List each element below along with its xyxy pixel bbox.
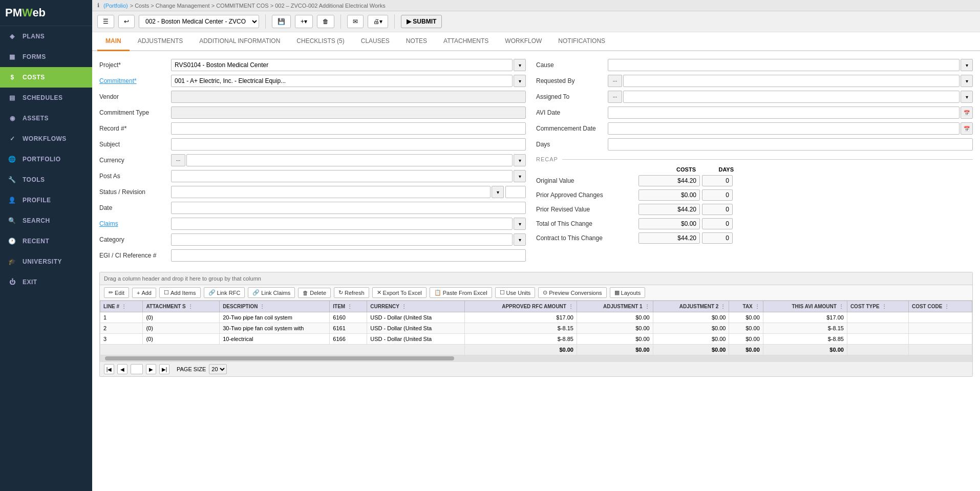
commitment-input[interactable]: [171, 75, 513, 87]
sidebar-item-forms[interactable]: ▦ FORMS: [0, 47, 92, 67]
submit-button[interactable]: ▶ SUBMIT: [401, 15, 442, 28]
assigned-to-input[interactable]: [623, 91, 960, 103]
sidebar-item-assets[interactable]: ◉ ASSETS: [0, 108, 92, 129]
col-line[interactable]: LINE #⋮: [100, 301, 143, 312]
refresh-button[interactable]: ↻ Refresh: [334, 287, 369, 298]
tab-main[interactable]: MAIN: [97, 32, 130, 51]
commencement-calendar-btn[interactable]: 📅: [961, 122, 973, 135]
col-currency[interactable]: CURRENCY⋮: [367, 301, 465, 312]
grid-add-button[interactable]: + Add: [132, 288, 156, 298]
undo-button[interactable]: ↩: [118, 15, 135, 28]
hamburger-button[interactable]: ☰: [97, 15, 114, 28]
commitment-dropdown-btn[interactable]: ▾: [514, 75, 526, 87]
last-page-button[interactable]: ▶|: [159, 364, 169, 374]
currency-dropdown-btn[interactable]: ▾: [514, 154, 526, 166]
project-select[interactable]: 002 - Boston Medical Center - ZVCO: [139, 15, 259, 28]
add-button[interactable]: +▾: [295, 15, 313, 28]
table-row[interactable]: 2 (0) 30-Two pipe fan coil system with 6…: [100, 323, 972, 334]
sidebar-item-costs[interactable]: $ COSTS: [0, 67, 92, 88]
first-page-button[interactable]: |◀: [104, 364, 114, 374]
record-input[interactable]: 002: [171, 122, 526, 135]
col-adj2[interactable]: ADJUSTMENT 2⋮: [653, 301, 729, 312]
paste-excel-button[interactable]: 📋 Paste From Excel: [430, 287, 492, 298]
revision-input[interactable]: 0: [505, 186, 526, 198]
delete-button[interactable]: 🗑: [317, 15, 334, 28]
claims-dropdown-btn[interactable]: ▾: [514, 218, 526, 230]
egi-input[interactable]: [171, 249, 526, 262]
save-button[interactable]: 💾: [272, 15, 291, 28]
post-as-input[interactable]: Revised Scope: [171, 170, 513, 182]
sidebar-item-tools[interactable]: 🔧 TOOLS: [0, 169, 92, 190]
tab-additional-info[interactable]: ADDITIONAL INFORMATION: [191, 32, 288, 51]
commitment-link[interactable]: Commitment*: [99, 77, 137, 84]
current-page-input[interactable]: 1: [131, 364, 143, 374]
post-as-dropdown-btn[interactable]: ▾: [514, 170, 526, 182]
currency-input[interactable]: USD - Dollar (United States of America): [186, 154, 513, 166]
tab-workflow[interactable]: WORKFLOW: [497, 32, 550, 51]
tab-checklists[interactable]: CHECKLISTS (5): [288, 32, 352, 51]
next-page-button[interactable]: ▶: [146, 364, 156, 374]
sidebar-item-schedules[interactable]: ▤ SCHEDULES: [0, 88, 92, 108]
project-dropdown-btn[interactable]: ▾: [514, 59, 526, 71]
sidebar-item-recent[interactable]: 🕐 RECENT: [0, 231, 92, 251]
tab-attachments[interactable]: ATTACHMENTS: [435, 32, 497, 51]
col-item[interactable]: ITEM⋮: [330, 301, 367, 312]
commencement-date-input[interactable]: [608, 122, 960, 135]
table-scroll-container[interactable]: LINE #⋮ ATTACHMENT S⋮ DESCRIPTION⋮ ITEM⋮…: [100, 301, 972, 355]
scrollbar-thumb[interactable]: [105, 356, 454, 360]
grid-delete-button[interactable]: 🗑 Delete: [298, 288, 331, 298]
project-input[interactable]: [171, 59, 513, 71]
assigned-to-ellipsis-btn[interactable]: ···: [608, 91, 622, 103]
cause-input[interactable]: Scope Change: [608, 59, 960, 71]
days-input[interactable]: 0: [608, 138, 973, 151]
currency-ellipsis-btn[interactable]: ···: [171, 154, 185, 166]
table-row[interactable]: 1 (0) 20-Two pipe fan coil system 6160 U…: [100, 312, 972, 323]
assigned-to-dropdown-btn[interactable]: ▾: [961, 91, 973, 103]
link-rfc-button[interactable]: 🔗 Link RFC: [204, 287, 245, 298]
date-input[interactable]: 15-06-2021: [171, 202, 526, 214]
prev-page-button[interactable]: ◀: [117, 364, 127, 374]
subject-input[interactable]: ZVCO-002 Additional Electrical Works: [171, 138, 526, 151]
export-excel-button[interactable]: ✕ Export To Excel: [372, 287, 427, 298]
col-tax[interactable]: TAX⋮: [729, 301, 763, 312]
claims-link[interactable]: Claims: [99, 220, 118, 227]
sidebar-item-exit[interactable]: ⏻ EXIT: [0, 272, 92, 292]
tab-notifications[interactable]: NOTIFICATIONS: [550, 32, 613, 51]
requested-by-ellipsis-btn[interactable]: ···: [608, 75, 622, 87]
vendor-input[interactable]: A+ Electric, Inc.: [171, 91, 526, 103]
tab-adjustments[interactable]: ADJUSTMENTS: [130, 32, 191, 51]
print-button[interactable]: 🖨▾: [368, 15, 388, 28]
sidebar-item-university[interactable]: 🎓 UNIVERSITY: [0, 251, 92, 272]
status-dropdown-btn[interactable]: ▾: [492, 186, 504, 198]
col-description[interactable]: DESCRIPTION⋮: [220, 301, 330, 312]
edit-button[interactable]: ✏ Edit: [104, 287, 129, 298]
use-units-button[interactable]: ☐ Use Units: [495, 287, 536, 298]
col-cost-type[interactable]: COST TYPE⋮: [847, 301, 908, 312]
sidebar-item-profile[interactable]: 👤 PROFILE: [0, 190, 92, 210]
portfolio-link[interactable]: (Portfolio): [103, 3, 128, 9]
col-attachments[interactable]: ATTACHMENT S⋮: [143, 301, 220, 312]
category-input[interactable]: [171, 233, 513, 246]
avi-date-calendar-btn[interactable]: 📅: [961, 106, 973, 119]
commitment-type-input[interactable]: Purchase Order: [171, 106, 526, 119]
page-size-select[interactable]: 20: [209, 364, 227, 374]
email-button[interactable]: ✉: [347, 15, 364, 28]
horizontal-scrollbar[interactable]: [100, 355, 972, 361]
category-dropdown-btn[interactable]: ▾: [514, 233, 526, 246]
claims-input[interactable]: [171, 218, 513, 230]
avi-date-input[interactable]: [608, 106, 960, 119]
col-cost-code[interactable]: COST CODE⋮: [908, 301, 972, 312]
requested-by-input[interactable]: [623, 75, 960, 87]
col-this-avi[interactable]: THIS AVI AMOUNT⋮: [763, 301, 847, 312]
table-row[interactable]: 3 (0) 10-electrical 6166 USD - Dollar (U…: [100, 334, 972, 345]
preview-conversions-button[interactable]: ⊙ Preview Conversions: [538, 287, 606, 298]
status-input[interactable]: Draft: [171, 186, 491, 198]
requested-by-dropdown-btn[interactable]: ▾: [961, 75, 973, 87]
col-approved-rfc[interactable]: APPROVED RFC AMOUNT⋮: [464, 301, 577, 312]
layouts-button[interactable]: ▦ Layouts: [610, 287, 646, 298]
sidebar-item-portfolio[interactable]: 🌐 PORTFOLIO: [0, 149, 92, 169]
sidebar-item-workflows[interactable]: ✓ WORKFLOWS: [0, 129, 92, 149]
tab-clauses[interactable]: CLAUSES: [353, 32, 398, 51]
col-adj1[interactable]: ADJUSTMENT 1⋮: [577, 301, 653, 312]
tab-notes[interactable]: NOTES: [398, 32, 435, 51]
